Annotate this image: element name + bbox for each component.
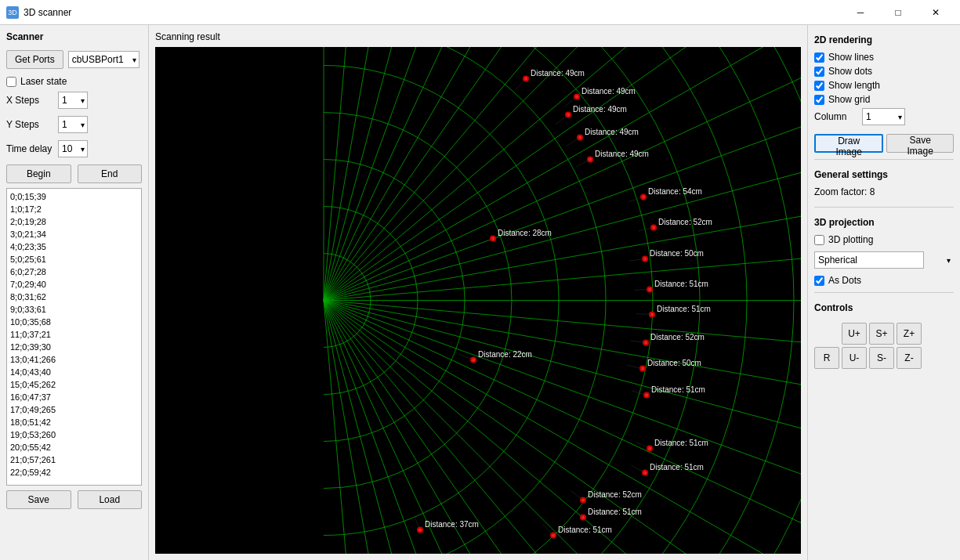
- list-item: 14;0;43;40: [10, 366, 138, 378]
- laser-state-checkbox[interactable]: [6, 77, 16, 87]
- column-combo-wrap: 123: [862, 108, 905, 125]
- close-button[interactable]: ✕: [918, 0, 954, 25]
- scanning-result-label: Scanning result: [155, 31, 801, 42]
- save-button[interactable]: Save: [6, 490, 71, 509]
- z-minus-button[interactable]: Z-: [897, 347, 922, 369]
- list-item: 12;0;39;30: [10, 341, 138, 353]
- timedelay-select[interactable]: 510152030: [58, 140, 88, 157]
- rendering-section-title: 2D rendering: [814, 34, 954, 45]
- list-item: 19;0;53;260: [10, 428, 138, 441]
- show-grid-checkbox[interactable]: [814, 95, 824, 105]
- title-bar: 3D 3D scanner ─ □ ✕: [0, 0, 960, 25]
- 3d-plotting-checkbox[interactable]: [814, 235, 824, 245]
- draw-image-button[interactable]: Draw Image: [814, 134, 883, 153]
- left-panel: Scanner Get Ports cbUSBPort1 Laser state…: [0, 25, 149, 560]
- laser-state-row: Laser state: [6, 76, 142, 87]
- list-item: 8;0;31;62: [10, 291, 138, 303]
- ysteps-label: Y Steps: [6, 119, 53, 130]
- app-icon: 3D: [6, 6, 19, 19]
- xsteps-row: X Steps 123510: [6, 92, 142, 109]
- divider-1: [814, 159, 954, 160]
- show-dots-label: Show dots: [828, 66, 872, 77]
- list-item: 16;0;47;37: [10, 391, 138, 403]
- show-length-checkbox[interactable]: [814, 81, 824, 91]
- center-panel: Scanning result: [149, 25, 807, 560]
- divider-2: [814, 207, 954, 208]
- projection-combo-wrap: SphericalCylindricalFlat: [814, 251, 954, 269]
- as-dots-row: As Dots: [814, 275, 954, 286]
- ysteps-combo-wrap: 123510: [58, 116, 88, 133]
- end-button[interactable]: End: [78, 164, 143, 183]
- column-row: Column 123: [814, 108, 954, 125]
- projection-section-title: 3D projection: [814, 217, 954, 228]
- list-item: 17;0;49;265: [10, 403, 138, 416]
- show-grid-row: Show grid: [814, 94, 954, 105]
- as-dots-label: As Dots: [828, 275, 861, 286]
- maximize-button[interactable]: □: [880, 0, 916, 25]
- ysteps-row: Y Steps 123510: [6, 116, 142, 133]
- list-item: 2;0;19;28: [10, 215, 138, 228]
- laser-state-label: Laser state: [20, 76, 67, 87]
- u-plus-button[interactable]: U+: [842, 323, 867, 345]
- divider-3: [814, 292, 954, 293]
- scan-canvas: [155, 47, 801, 554]
- canvas-area: [155, 47, 801, 554]
- show-lines-label: Show lines: [828, 52, 874, 63]
- list-item: 3;0;21;34: [10, 228, 138, 240]
- load-button[interactable]: Load: [78, 490, 143, 509]
- begin-end-row: Begin End: [6, 164, 142, 183]
- xsteps-combo-wrap: 123510: [58, 92, 88, 109]
- show-lines-row: Show lines: [814, 52, 954, 63]
- list-item: 20;0;55;42: [10, 441, 138, 453]
- list-item: 5;0;25;61: [10, 253, 138, 266]
- timedelay-combo-wrap: 510152030: [58, 140, 88, 157]
- list-item: 6;0;27;28: [10, 266, 138, 278]
- zoom-factor-label: Zoom factor: 8: [814, 186, 954, 197]
- column-select[interactable]: 123: [862, 108, 905, 125]
- port-select[interactable]: cbUSBPort1: [68, 51, 139, 68]
- draw-save-row: Draw Image Save Image: [814, 134, 954, 153]
- title-bar-left: 3D 3D scanner: [6, 6, 71, 19]
- app-body: Scanner Get Ports cbUSBPort1 Laser state…: [0, 25, 960, 560]
- list-item: 15;0;45;262: [10, 378, 138, 391]
- general-settings-title: General settings: [814, 169, 954, 180]
- show-length-row: Show length: [814, 80, 954, 91]
- list-item: 13;0;41;266: [10, 353, 138, 366]
- list-item: 0;0;15;39: [10, 190, 138, 203]
- list-item: 11;0;37;21: [10, 328, 138, 341]
- controls-grid: U+ S+ Z+ R U- S- Z-: [814, 323, 954, 393]
- s-plus-button[interactable]: S+: [869, 323, 894, 345]
- column-label: Column: [814, 111, 857, 122]
- begin-button[interactable]: Begin: [6, 164, 71, 183]
- list-item: 9;0;33;61: [10, 303, 138, 316]
- timedelay-row: Time delay 510152030: [6, 140, 142, 157]
- xsteps-label: X Steps: [6, 95, 53, 106]
- show-grid-label: Show grid: [828, 94, 870, 105]
- r-button[interactable]: R: [814, 347, 839, 369]
- ports-row: Get Ports cbUSBPort1: [6, 50, 142, 69]
- controls-section-title: Controls: [814, 302, 954, 313]
- app-title: 3D scanner: [24, 7, 71, 18]
- save-load-row: Save Load: [6, 490, 142, 509]
- timedelay-label: Time delay: [6, 143, 53, 154]
- list-item: 7;0;29;40: [10, 278, 138, 291]
- projection-select[interactable]: SphericalCylindricalFlat: [814, 251, 924, 269]
- minimize-button[interactable]: ─: [842, 0, 878, 25]
- 3d-plotting-label: 3D plotting: [828, 234, 873, 245]
- z-plus-button[interactable]: Z+: [897, 323, 922, 345]
- scanner-group-label: Scanner: [6, 31, 142, 42]
- ysteps-select[interactable]: 123510: [58, 116, 88, 133]
- get-ports-button[interactable]: Get Ports: [6, 50, 63, 69]
- as-dots-checkbox[interactable]: [814, 276, 824, 286]
- u-minus-button[interactable]: U-: [842, 347, 867, 369]
- log-list: 0;0;15;391;0;17;22;0;19;283;0;21;344;0;2…: [6, 188, 142, 486]
- s-minus-button[interactable]: S-: [869, 347, 894, 369]
- show-lines-checkbox[interactable]: [814, 52, 824, 63]
- port-combo-wrap: cbUSBPort1: [68, 51, 139, 68]
- show-length-label: Show length: [828, 80, 880, 91]
- show-dots-checkbox[interactable]: [814, 67, 824, 77]
- show-dots-row: Show dots: [814, 66, 954, 77]
- right-panel: 2D rendering Show lines Show dots Show l…: [807, 25, 960, 560]
- xsteps-select[interactable]: 123510: [58, 92, 88, 109]
- save-image-button[interactable]: Save Image: [886, 134, 954, 153]
